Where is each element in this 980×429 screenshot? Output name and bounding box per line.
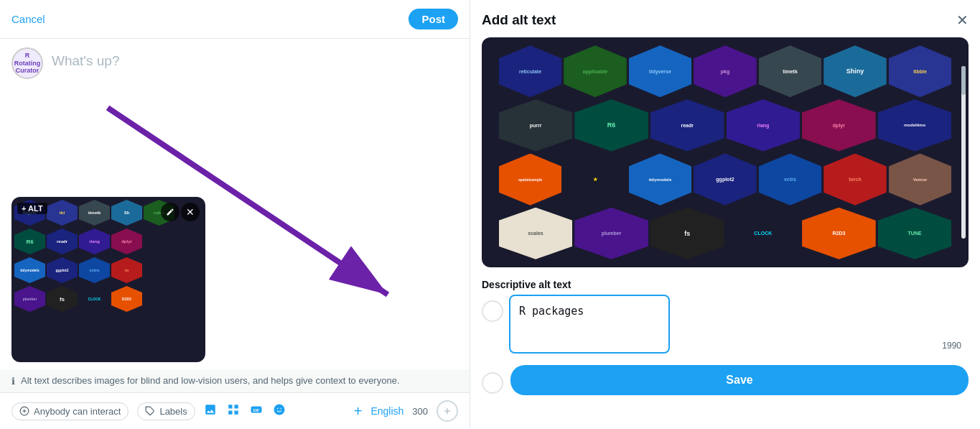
compose-area: RRotatingCurator What's up?	[0, 39, 470, 197]
right-panel: Add alt text ✕ reticulate applicable tid…	[470, 0, 980, 429]
bottom-bar: Anybody can interact Labels GIF	[0, 392, 470, 429]
scroll-bar[interactable]	[961, 66, 966, 239]
char-count: 300	[412, 406, 428, 417]
info-section: ℹ Alt text describes images for blind an…	[0, 369, 470, 392]
toolbar-icons: GIF	[204, 403, 286, 420]
save-button[interactable]: Save	[510, 365, 969, 395]
hex-grid-large: reticulate applicable tidyverse pkg time…	[499, 45, 952, 259]
hex-tidyverse-lg: tidyverse	[629, 45, 692, 97]
avatar: RRotatingCurator	[11, 47, 43, 79]
alt-text-label: Descriptive alt text	[482, 279, 969, 290]
right-header: Add alt text ✕	[482, 11, 969, 29]
char-indicator	[482, 300, 503, 322]
alt-text-input[interactable]	[509, 295, 670, 354]
hex-shiny-sm: Sh	[111, 200, 142, 226]
hex-tune-lg: TUNE	[878, 208, 952, 259]
hex-plumber-lg: plumber	[574, 208, 648, 259]
info-icon: ℹ	[11, 376, 15, 387]
svg-point-9	[277, 407, 279, 409]
hex-preview-grid: tidyver tbl timetk Sh cable R6 readr rla…	[11, 197, 205, 362]
hex-tidymodels-sm: tidymodels	[14, 257, 45, 283]
edit-image-button[interactable]	[161, 203, 179, 221]
hex-fs-sm: fs	[47, 286, 78, 312]
language-button[interactable]: English	[370, 405, 403, 417]
image-toolbar-button[interactable]	[204, 403, 217, 420]
hex-vetiver-lg: Vetiver	[889, 154, 952, 206]
compose-placeholder: What's up?	[52, 53, 119, 69]
hex-r6-sm: R6	[14, 229, 45, 254]
labels-button[interactable]: Labels	[137, 402, 195, 420]
hex-stars-lg: ★	[564, 154, 627, 206]
hex-tibble-sm: tbl	[47, 200, 78, 226]
hex-clock-sm: CLOCK	[79, 286, 110, 312]
hex-r2d3-sm: R2D3	[111, 286, 142, 312]
avatar-label: RRotatingCurator	[14, 52, 41, 75]
hex-rlang-lg: rlang	[727, 99, 801, 151]
anybody-interact-button[interactable]: Anybody can interact	[11, 402, 129, 420]
cancel-button[interactable]: Cancel	[11, 13, 45, 25]
left-panel: Cancel Post RRotatingCurator What's up? …	[0, 0, 470, 429]
top-bar: Cancel Post	[0, 0, 470, 39]
close-image-button[interactable]: ✕	[181, 203, 200, 221]
panel-title: Add alt text	[482, 12, 556, 28]
alt-text-container: 1990	[482, 295, 969, 356]
hex-reticulate-lg: reticulate	[499, 45, 562, 97]
hex-modeltime-lg: modeltime	[878, 99, 952, 151]
right-controls: + English 300	[354, 400, 458, 422]
hex-tibble-lg: tibble	[889, 45, 952, 97]
gif-toolbar-button[interactable]: GIF	[250, 403, 263, 420]
modal-container: Cancel Post RRotatingCurator What's up? …	[0, 0, 980, 429]
hex-scales-lg: scales	[499, 208, 573, 259]
hex-r6-lg: R6	[574, 99, 648, 151]
save-char-indicator	[482, 372, 503, 394]
hex-rlang-sm: rlang	[79, 229, 110, 254]
hex-clock-lg: CLOCK	[727, 208, 801, 259]
hex-ggplot2-lg: ggplot2	[694, 154, 757, 206]
hex-timetk-sm: timetk	[79, 200, 110, 226]
hex-vctrs-sm: vctrs	[79, 257, 110, 283]
info-description: Alt text describes images for blind and …	[21, 375, 400, 386]
hex-readr-sm: readr	[47, 229, 78, 254]
hex-torch-sm: to	[111, 257, 142, 283]
svg-point-8	[274, 404, 284, 415]
hex-purrr-lg: purrr	[499, 99, 573, 151]
scroll-thumb	[961, 66, 966, 95]
hex-fs-lg: fs	[650, 208, 724, 259]
chars-remaining-label: 1990	[942, 341, 961, 351]
save-section: Save	[482, 365, 969, 395]
hex-spatialsample-lg: spatialsample	[499, 154, 562, 206]
hex-dplyr-lg: dplyr	[802, 99, 876, 151]
post-button[interactable]: Post	[409, 9, 458, 29]
hex-applicable-lg: applicable	[564, 45, 627, 97]
hex-r2d3-lg: R2D3	[802, 208, 876, 259]
interact-label: Anybody can interact	[34, 406, 121, 417]
close-panel-button[interactable]: ✕	[956, 11, 969, 29]
hex-readr-lg: readr	[650, 99, 724, 151]
emoji-toolbar-button[interactable]	[273, 403, 286, 420]
grid-toolbar-button[interactable]	[227, 403, 240, 420]
hex-shiny-lg: Shiny	[823, 45, 887, 97]
hex-pkg1-lg: pkg	[694, 45, 757, 97]
alt-badge[interactable]: + ALT	[17, 203, 47, 214]
hex-dplyr-sm: dplyr	[111, 229, 142, 254]
add-thread-plus[interactable]: +	[354, 403, 363, 420]
hex-tidymodels-lg: tidymodels	[629, 154, 692, 206]
image-preview: tidyver tbl timetk Sh cable R6 readr rla…	[11, 197, 205, 362]
hex-plumber-sm: plumber	[14, 286, 45, 312]
labels-label: Labels	[159, 406, 187, 417]
hex-torch-lg: torch	[823, 154, 887, 206]
hex-timetk-lg: timetk	[759, 45, 822, 97]
hex-ggplot2-sm: ggplot2	[47, 257, 78, 283]
hex-vctrs-lg: vctrs	[759, 154, 822, 206]
svg-point-10	[280, 407, 281, 409]
add-thread-button[interactable]	[437, 400, 458, 422]
hex-image-large: reticulate applicable tidyverse pkg time…	[482, 37, 969, 267]
svg-text:GIF: GIF	[253, 408, 260, 412]
